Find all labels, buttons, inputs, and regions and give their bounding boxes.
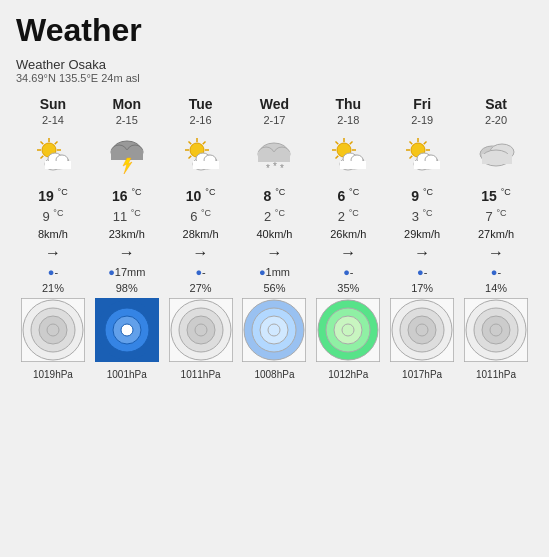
location-name: Weather Osaka <box>16 57 533 72</box>
wind-arrow-3: → <box>238 242 312 264</box>
high-temp-6: 15 °C <box>459 185 533 206</box>
svg-line-27 <box>188 156 191 159</box>
weather-icon-4 <box>311 130 385 185</box>
icon-row: * * * <box>16 130 533 185</box>
location-coords: 34.69°N 135.5°E 24m asl <box>16 72 533 84</box>
svg-line-24 <box>188 142 191 145</box>
wind-arrow-6: → <box>459 242 533 264</box>
svg-line-26 <box>202 142 205 145</box>
svg-line-61 <box>424 142 427 145</box>
day-header-thu: Thu <box>311 94 385 112</box>
pressure-circle-5 <box>385 296 459 367</box>
wind-arrow-5: → <box>385 242 459 264</box>
svg-point-96 <box>342 324 354 336</box>
svg-line-7 <box>55 142 58 145</box>
pressure-label-row: 1019hPa1001hPa1011hPa1008hPa1012hPa1017h… <box>16 367 533 382</box>
date-cell-4: 2-18 <box>311 112 385 130</box>
pressure-circle-1 <box>90 296 164 367</box>
svg-point-76 <box>47 324 59 336</box>
rain-cell-1: ●17mm <box>90 264 164 280</box>
svg-rect-53 <box>340 161 366 169</box>
pct-cell-0: 21% <box>16 280 90 296</box>
low-temp-6: 7 °C <box>459 206 533 226</box>
svg-point-86 <box>195 324 207 336</box>
date-cell-0: 2-14 <box>16 112 90 130</box>
rain-cell-3: ●1mm <box>238 264 312 280</box>
wind-arrow-2: → <box>164 242 238 264</box>
svg-rect-13 <box>45 161 71 169</box>
wind-speed-2: 28km/h <box>164 226 238 242</box>
weather-icon-3: * * * <box>238 130 312 185</box>
wind-speed-6: 27km/h <box>459 226 533 242</box>
high-temp-1: 16 °C <box>90 185 164 206</box>
low-temp-3: 2 °C <box>238 206 312 226</box>
svg-point-91 <box>268 324 280 336</box>
pct-cell-2: 27% <box>164 280 238 296</box>
low-temp-1: 11 °C <box>90 206 164 226</box>
date-cell-6: 2-20 <box>459 112 533 130</box>
day-header-row: Sun Mon Tue Wed Thu Fri Sat <box>16 94 533 112</box>
svg-line-45 <box>336 142 339 145</box>
low-temp-row: 9 °C11 °C6 °C2 °C2 °C3 °C7 °C <box>16 206 533 226</box>
pct-row: 21%98%27%56%35%17%14% <box>16 280 533 296</box>
wind-speed-0: 8km/h <box>16 226 90 242</box>
svg-line-5 <box>40 142 43 145</box>
svg-rect-71 <box>482 154 512 164</box>
wind-speed-4: 26km/h <box>311 226 385 242</box>
page-title: Weather <box>16 12 533 49</box>
wind-arrow-row: →→→→→→→ <box>16 242 533 264</box>
pressure-circle-row <box>16 296 533 367</box>
low-temp-0: 9 °C <box>16 206 90 226</box>
svg-rect-32 <box>193 161 219 169</box>
day-header-fri: Fri <box>385 94 459 112</box>
pct-cell-1: 98% <box>90 280 164 296</box>
rain-cell-0: ●- <box>16 264 90 280</box>
date-row: 2-142-152-162-172-182-192-20 <box>16 112 533 130</box>
pressure-circle-2 <box>164 296 238 367</box>
pressure-circle-0 <box>16 296 90 367</box>
rain-cell-5: ●- <box>385 264 459 280</box>
wind-speed-3: 40km/h <box>238 226 312 242</box>
weather-icon-0 <box>16 130 90 185</box>
svg-line-47 <box>350 142 353 145</box>
pct-cell-4: 35% <box>311 280 385 296</box>
weather-container: Weather Weather Osaka 34.69°N 135.5°E 24… <box>0 0 549 394</box>
high-temp-row: 19 °C16 °C10 °C8 °C6 °C9 °C15 °C <box>16 185 533 206</box>
pressure-label-1: 1001hPa <box>90 367 164 382</box>
pct-cell-6: 14% <box>459 280 533 296</box>
svg-point-81 <box>121 324 133 336</box>
wind-arrow-1: → <box>90 242 164 264</box>
high-temp-3: 8 °C <box>238 185 312 206</box>
svg-text:*: * <box>273 161 277 172</box>
svg-line-59 <box>410 142 413 145</box>
pressure-label-6: 1011hPa <box>459 367 533 382</box>
high-temp-5: 9 °C <box>385 185 459 206</box>
svg-line-8 <box>40 156 43 159</box>
rain-cell-4: ●- <box>311 264 385 280</box>
weather-icon-6 <box>459 130 533 185</box>
svg-line-62 <box>410 156 413 159</box>
wind-speed-row: 8km/h23km/h28km/h40km/h26km/h29km/h27km/… <box>16 226 533 242</box>
low-temp-5: 3 °C <box>385 206 459 226</box>
svg-rect-67 <box>414 161 440 169</box>
pressure-label-5: 1017hPa <box>385 367 459 382</box>
svg-marker-18 <box>123 158 132 174</box>
high-temp-4: 6 °C <box>311 185 385 206</box>
low-temp-2: 6 °C <box>164 206 238 226</box>
day-header-wed: Wed <box>238 94 312 112</box>
date-cell-1: 2-15 <box>90 112 164 130</box>
pressure-label-3: 1008hPa <box>238 367 312 382</box>
svg-point-101 <box>416 324 428 336</box>
day-header-sat: Sat <box>459 94 533 112</box>
pressure-circle-6 <box>459 296 533 367</box>
pressure-circle-3 <box>238 296 312 367</box>
rain-cell-2: ●- <box>164 264 238 280</box>
pressure-label-2: 1011hPa <box>164 367 238 382</box>
day-header-mon: Mon <box>90 94 164 112</box>
weather-icon-5 <box>385 130 459 185</box>
weather-icon-1 <box>90 130 164 185</box>
svg-text:*: * <box>280 163 284 174</box>
wind-arrow-0: → <box>16 242 90 264</box>
low-temp-4: 2 °C <box>311 206 385 226</box>
weather-icon-2 <box>164 130 238 185</box>
